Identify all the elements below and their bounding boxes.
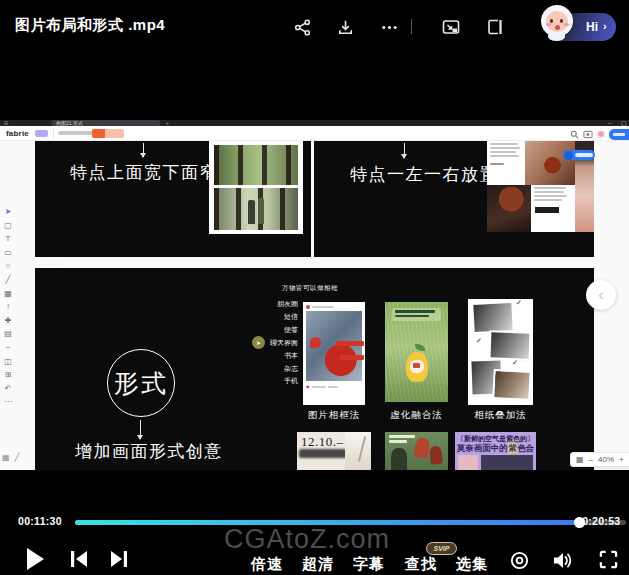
app-share-button[interactable] — [609, 129, 629, 140]
keyword: 短信 — [235, 311, 298, 324]
connector-tool-icon[interactable]: − — [6, 341, 11, 355]
zoom-out-button[interactable]: – — [589, 455, 593, 464]
bw-photo — [473, 303, 512, 332]
previous-button[interactable] — [69, 550, 89, 568]
tool-palette[interactable]: ➤ ▢ T ▭ ○ ╱ ▦ ↑ ✚ ▤ − ◫ ⊞ ↶ ⋯ — [2, 205, 14, 409]
method-card-blur — [385, 302, 448, 402]
slide-heading: 万物皆可以做相框 — [275, 284, 345, 293]
settings-icon[interactable] — [509, 550, 530, 571]
keyword: 杂志 — [235, 363, 298, 376]
garden-photo-wide — [214, 145, 298, 185]
slide-caption: 增加画面形式创意 — [75, 440, 223, 463]
model-photo — [487, 185, 531, 232]
method-caption: 虚化融合法 — [385, 409, 448, 422]
rect-tool-icon[interactable]: ▭ — [4, 246, 12, 260]
picture-in-picture-icon[interactable] — [440, 16, 462, 38]
fullscreen-icon[interactable] — [599, 550, 618, 569]
text-panel — [531, 185, 575, 232]
more-tools-icon[interactable]: ⋯ — [4, 395, 12, 409]
pages-icon: ▦ — [2, 453, 10, 462]
method-caption: 图片相框法 — [303, 409, 365, 422]
avatar-eye — [550, 19, 553, 23]
zoom-level[interactable]: 40% — [598, 455, 614, 464]
grid-tool-icon[interactable]: ⊞ — [5, 368, 12, 382]
download-icon[interactable] — [334, 16, 356, 38]
photo-block — [481, 455, 533, 470]
quality-button[interactable]: 超清 — [302, 555, 334, 574]
avatar-mouth — [555, 25, 560, 30]
undo-tool-icon[interactable]: ↶ — [5, 382, 12, 396]
chevron-right-icon: › — [603, 20, 607, 32]
titlebar-divider — [411, 19, 412, 34]
date-text: 12.10.– — [301, 434, 344, 450]
shape-tool-icon[interactable]: ✚ — [5, 314, 12, 328]
invite-badge[interactable] — [92, 129, 124, 138]
glitch-text — [299, 449, 347, 458]
whiteboard-canvas[interactable]: ➤ ▢ T ▭ ○ ╱ ▦ ↑ ✚ ▤ − ◫ ⊞ ↶ ⋯ ▦╱ 特点上面宽下面… — [0, 141, 629, 470]
episodes-button[interactable]: 选集 — [456, 555, 488, 574]
collaborator-avatar — [564, 151, 573, 160]
slide-top-left[interactable]: 特点上面宽下面窄 — [35, 141, 311, 257]
avatar-blush — [546, 23, 551, 26]
avatar-dot — [306, 305, 310, 309]
next-button[interactable] — [109, 550, 129, 568]
method-caption: 相纸叠加法 — [468, 409, 533, 422]
video-title: 图片布局和形式 .mp4 — [15, 16, 165, 35]
share-icon[interactable] — [291, 16, 313, 38]
text-line — [312, 386, 326, 388]
bottom-card-date: 12.10.– — [297, 432, 371, 470]
subtitle-button[interactable]: 字幕 — [353, 555, 385, 574]
figure — [258, 198, 264, 224]
layout-tool-icon[interactable]: ◫ — [4, 355, 12, 369]
slide-text: 特点一左一右放置 — [350, 163, 498, 186]
upload-tool-icon[interactable]: ↑ — [6, 300, 10, 314]
bottom-card-mountain — [385, 432, 448, 470]
fit-view-icon[interactable]: ▦ — [576, 455, 584, 464]
play-button[interactable] — [27, 548, 44, 570]
page-tools[interactable]: ▦╱ — [2, 453, 26, 462]
photo-card — [209, 141, 303, 234]
zoom-in-button[interactable]: + — [619, 455, 624, 464]
video-player: 图片布局和形式 .mp4 Hi › — [0, 0, 629, 575]
zoom-toolbar: ▦ – 40% + ? — [570, 452, 629, 467]
bw-photo — [491, 332, 530, 358]
slide-top-right[interactable]: 特点一左一右放置 — [314, 141, 594, 257]
sepia-photo — [494, 371, 529, 399]
find-button[interactable]: 查找 — [405, 555, 437, 574]
line-tool-icon[interactable]: ╱ — [6, 273, 11, 287]
photo-block — [458, 455, 478, 470]
speed-button[interactable]: 倍速 — [251, 555, 283, 574]
rose — [310, 337, 321, 348]
mascot — [405, 344, 429, 384]
slide-text: 特点上面宽下面窄 — [70, 161, 218, 184]
select-tool-icon[interactable]: ➤ — [5, 205, 12, 219]
mini-player-icon[interactable] — [484, 16, 506, 38]
note-tool-icon[interactable]: ▤ — [4, 327, 12, 341]
user-avatar[interactable] — [597, 130, 605, 138]
canvas-dots: ∙∙∙∙∙∙ — [38, 260, 62, 267]
avatar-eye — [560, 19, 563, 23]
watermark: CGAtoZ.com — [224, 524, 390, 555]
assistant-avatar[interactable] — [538, 4, 576, 42]
caption-chip — [336, 341, 364, 346]
poster-text — [392, 308, 441, 321]
collaborator-label — [563, 150, 595, 160]
ellipse-tool-icon[interactable]: ○ — [6, 259, 11, 273]
check-mark: ✓ — [512, 359, 518, 367]
app-toolbar: fabrie — [0, 126, 629, 141]
fabrie-logo[interactable]: fabrie — [6, 129, 29, 138]
method-card-stack: ✓ ✓ ✓ — [468, 299, 533, 405]
table-tool-icon[interactable]: ▦ — [4, 287, 12, 301]
more-icon[interactable] — [378, 16, 400, 38]
panel-collapse-button[interactable]: ‹ — [586, 280, 616, 310]
volume-icon[interactable] — [551, 550, 573, 571]
keyword-list: 朋友圈 短信 便签 聊天界面 书本 杂志 手机 — [235, 298, 298, 388]
present-icon[interactable] — [583, 130, 593, 139]
keyword: 书本 — [235, 350, 298, 363]
slide-main[interactable]: 万物皆可以做相框 朋友圈 短信 便签 聊天界面 书本 杂志 手机 形式 增加画面… — [35, 268, 594, 470]
down-arrow — [140, 420, 141, 439]
frame-tool-icon[interactable]: ▢ — [4, 219, 12, 233]
text-tool-icon[interactable]: T — [6, 232, 11, 246]
search-icon[interactable] — [570, 130, 579, 139]
figure-red-jacket — [414, 437, 431, 459]
